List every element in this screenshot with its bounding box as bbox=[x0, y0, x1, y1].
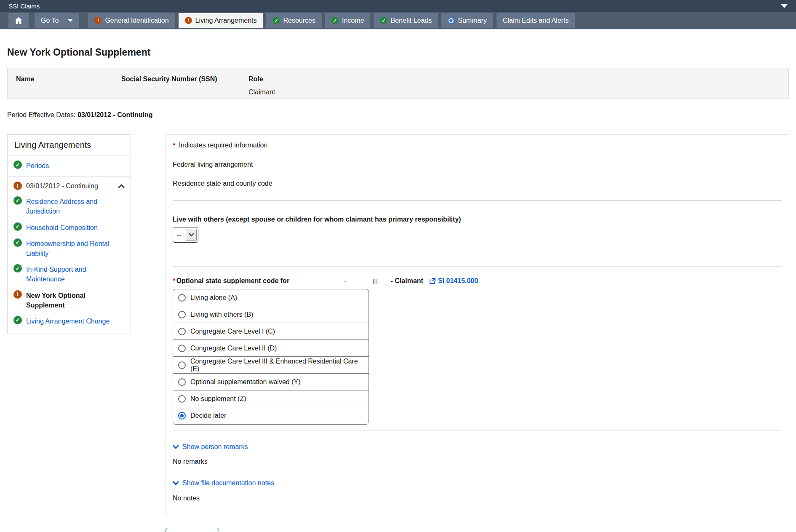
ssn-label: Social Security Number (SSN) bbox=[121, 75, 248, 86]
living-arrangements-sidebar: Living Arrangements ✓ Periods ! 03/01/20… bbox=[7, 134, 131, 334]
show-file-notes-toggle[interactable]: Show file documentation notes bbox=[173, 479, 782, 487]
ssn-value bbox=[121, 88, 248, 99]
nav-tab-label: Claim Edits and Alerts bbox=[503, 17, 569, 24]
chevron-down-icon bbox=[173, 481, 179, 485]
radio-button[interactable] bbox=[178, 345, 186, 352]
nav-tab-income[interactable]: ✓ Income bbox=[325, 13, 370, 28]
nav-tab-summary[interactable]: Summary bbox=[441, 13, 493, 28]
live-with-others-label: Live with others (except spouse or child… bbox=[173, 216, 782, 223]
supplement-code-label: Optional state supplement code for bbox=[176, 277, 289, 285]
select-dropdown-button[interactable] bbox=[186, 229, 197, 241]
radio-option-living-alone[interactable]: Living alone (A) bbox=[173, 289, 369, 306]
radio-option-no-supplement[interactable]: No supplement (Z) bbox=[173, 390, 369, 407]
si-reference-link[interactable]: SI 01415.000 bbox=[429, 277, 478, 285]
sidebar-item-label: Periods bbox=[26, 161, 49, 171]
home-icon bbox=[15, 17, 22, 24]
caret-down-icon bbox=[68, 19, 73, 22]
target-icon bbox=[448, 17, 454, 24]
role-label: Role bbox=[248, 75, 788, 86]
divider bbox=[173, 200, 782, 201]
supplement-code-radio-group: Living alone (A) Living with others (B) … bbox=[173, 289, 369, 425]
sidebar-item-household-composition[interactable]: ✓ Household Composition bbox=[13, 223, 125, 233]
nav-home-button[interactable] bbox=[8, 13, 29, 28]
nav-goto-button[interactable]: Go To bbox=[35, 13, 79, 28]
radio-label: Living alone (A) bbox=[190, 294, 237, 302]
app-title-bar: SSI Claims bbox=[0, 0, 796, 12]
period-label: Period Effective Dates: bbox=[7, 111, 75, 118]
sidebar-item-label: Household Composition bbox=[26, 223, 98, 233]
sidebar-item-inkind-support[interactable]: ✓ In-Kind Support and Maintenance bbox=[13, 265, 125, 284]
ny-optional-supplement-panel: * Indicates required information Federal… bbox=[166, 134, 789, 515]
radio-button[interactable] bbox=[178, 361, 186, 369]
nav-tab-label: Summary bbox=[458, 17, 486, 24]
undo-changes-button[interactable]: Undo Changes bbox=[166, 528, 219, 532]
sidebar-item-label: New York Optional Supplement bbox=[26, 291, 125, 310]
radio-label: Optional supplementation waived (Y) bbox=[190, 378, 300, 386]
radio-button[interactable] bbox=[178, 412, 186, 420]
radio-button[interactable] bbox=[178, 294, 186, 302]
sidebar-item-label: Residence Address and Jurisdiction bbox=[26, 197, 125, 216]
required-asterisk: * bbox=[173, 277, 176, 285]
chevron-down-icon bbox=[189, 233, 194, 237]
si-reference-label: SI 01415.000 bbox=[438, 277, 478, 285]
required-note-text: Indicates required information bbox=[179, 142, 268, 149]
check-icon: ✓ bbox=[13, 238, 22, 247]
sidebar-item-label: Homeownership and Rental Liability bbox=[26, 239, 125, 258]
radio-label: Decide later bbox=[190, 412, 226, 420]
sidebar-item-homeownership[interactable]: ✓ Homeownership and Rental Liability bbox=[13, 239, 125, 258]
toggle-label: Show person remarks bbox=[182, 443, 248, 451]
check-icon: ✓ bbox=[13, 222, 22, 231]
nav-tab-label: Income bbox=[342, 17, 364, 24]
nav-tab-label: General Identification bbox=[105, 17, 168, 24]
nav-tab-resources[interactable]: ✓ Resources bbox=[266, 13, 321, 28]
divider bbox=[173, 266, 782, 267]
radio-label: Living with others (B) bbox=[190, 311, 253, 318]
main-nav: Go To ! General Identification ! Living … bbox=[0, 12, 796, 30]
federal-living-arrangement-label: Federal living arrangement bbox=[173, 161, 782, 168]
radio-button[interactable] bbox=[178, 328, 186, 335]
sidebar-item-living-arrangement-change[interactable]: ✓ Living Arrangement Change bbox=[13, 316, 125, 326]
select-value: -- bbox=[173, 231, 186, 239]
period-effective-dates: Period Effective Dates: 03/01/2012 - Con… bbox=[7, 111, 796, 119]
nav-tab-label: Living Arrangements bbox=[195, 17, 257, 24]
radio-option-congregate-care-2[interactable]: Congregate Care Level II (D) bbox=[173, 340, 369, 357]
name-label: Name bbox=[16, 75, 121, 86]
alert-icon: ! bbox=[185, 17, 192, 24]
required-information-note: * Indicates required information bbox=[173, 142, 782, 150]
masked-value: ||| bbox=[372, 278, 378, 284]
person-remarks-empty: No remarks bbox=[173, 458, 782, 465]
radio-option-congregate-care-3[interactable]: Congregate Care Level III & Enhanced Res… bbox=[173, 357, 369, 374]
nav-tab-living-arrangements[interactable]: ! Living Arrangements bbox=[179, 13, 263, 28]
radio-option-living-with-others[interactable]: Living with others (B) bbox=[173, 306, 369, 323]
nav-goto-label: Go To bbox=[41, 17, 59, 24]
live-with-others-select[interactable]: -- bbox=[173, 227, 198, 243]
alert-icon: ! bbox=[13, 290, 22, 299]
name-value bbox=[16, 88, 121, 99]
alert-icon: ! bbox=[94, 17, 102, 24]
sidebar-item-residence-address[interactable]: ✓ Residence Address and Jurisdiction bbox=[13, 197, 125, 216]
radio-option-decide-later[interactable]: Decide later bbox=[173, 407, 369, 424]
radio-label: Congregate Care Level II (D) bbox=[190, 345, 277, 352]
radio-button[interactable] bbox=[178, 395, 186, 403]
file-notes-empty: No notes bbox=[173, 495, 782, 502]
radio-option-supplementation-waived[interactable]: Optional supplementation waived (Y) bbox=[173, 374, 369, 390]
claimant-suffix: - Claimant bbox=[391, 277, 423, 285]
sidebar-item-periods[interactable]: ✓ Periods bbox=[8, 155, 131, 176]
radio-button[interactable] bbox=[178, 378, 186, 386]
residence-state-county-label: Residence state and county code bbox=[173, 180, 782, 187]
sidebar-item-ny-optional-supplement[interactable]: ! New York Optional Supplement bbox=[13, 291, 125, 310]
radio-label: No supplement (Z) bbox=[190, 395, 246, 403]
collapse-caret-icon[interactable] bbox=[781, 4, 788, 8]
nav-tab-general-identification[interactable]: ! General Identification bbox=[88, 13, 175, 28]
radio-option-congregate-care-1[interactable]: Congregate Care Level I (C) bbox=[173, 323, 369, 340]
role-value: Claimant bbox=[248, 88, 788, 99]
nav-tab-claim-edits[interactable]: Claim Edits and Alerts bbox=[497, 13, 575, 28]
show-person-remarks-toggle[interactable]: Show person remarks bbox=[173, 443, 782, 451]
check-icon: ✓ bbox=[13, 160, 22, 169]
check-icon: ✓ bbox=[380, 17, 387, 24]
sidebar-period-group-toggle[interactable]: ! 03/01/2012 - Continuing bbox=[13, 182, 125, 190]
check-icon: ✓ bbox=[13, 264, 22, 273]
radio-button[interactable] bbox=[178, 311, 186, 318]
chevron-down-icon bbox=[173, 445, 179, 449]
nav-tab-benefit-leads[interactable]: ✓ Benefit Leads bbox=[374, 13, 438, 28]
